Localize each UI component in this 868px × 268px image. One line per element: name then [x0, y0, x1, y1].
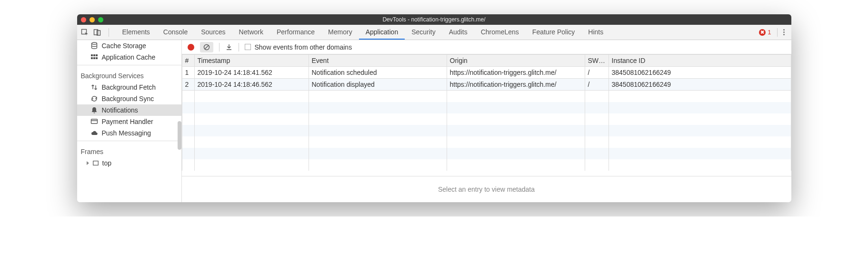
table-row[interactable]: 12019-10-24 14:18:41.562Notification sch…: [182, 67, 791, 79]
card-icon: [90, 118, 98, 125]
devtools-window: DevTools - notification-triggers.glitch.…: [77, 14, 791, 202]
inspect-element-icon[interactable]: [81, 29, 89, 36]
sidebar-item-label: Background Sync: [102, 95, 154, 103]
tab-application[interactable]: Application: [359, 25, 405, 40]
cell-ev: Notification scheduled: [309, 67, 447, 79]
svg-rect-4: [91, 54, 93, 56]
table-row-empty: [182, 113, 791, 125]
table-row-empty: [182, 136, 791, 148]
database-icon: [90, 42, 98, 50]
show-other-domains-checkbox[interactable]: [245, 44, 251, 50]
cell-n: 2: [182, 79, 194, 91]
sidebar-section-frames: Frames: [77, 143, 181, 157]
table-row-empty: [182, 125, 791, 136]
table-row[interactable]: 22019-10-24 14:18:46.562Notification dis…: [182, 79, 791, 91]
cell-ts: 2019-10-24 14:18:41.562: [194, 67, 309, 79]
error-count[interactable]: ✖ 1: [759, 29, 774, 36]
sidebar-item-label: Notifications: [102, 106, 138, 114]
tab-performance[interactable]: Performance: [270, 25, 321, 40]
svg-point-3: [91, 42, 97, 44]
col-origin[interactable]: Origin: [447, 55, 585, 67]
titlebar: DevTools - notification-triggers.glitch.…: [77, 14, 791, 25]
frame-icon: [92, 159, 100, 167]
cell-sw: /: [585, 79, 609, 91]
table-row-empty: [182, 148, 791, 159]
metadata-hint: Select an entry to view metadata: [182, 176, 791, 202]
sidebar-item-frame-top[interactable]: top: [77, 157, 181, 169]
cell-n: 1: [182, 67, 194, 79]
cell-or: https://notification-triggers.glitch.me/: [447, 67, 585, 79]
sidebar-item-label: top: [102, 159, 111, 167]
col-instance-id[interactable]: Instance ID: [609, 55, 791, 67]
clear-button[interactable]: [200, 42, 213, 52]
sidebar-item-label: Cache Storage: [102, 42, 146, 50]
sidebar-item-cache-storage[interactable]: Cache Storage: [77, 40, 181, 52]
svg-rect-6: [96, 54, 98, 56]
notifications-panel: Show events from other domains # Timesta…: [182, 40, 791, 202]
device-toolbar-icon[interactable]: [93, 29, 101, 36]
more-menu-button[interactable]: [780, 26, 788, 38]
svg-rect-9: [96, 57, 98, 59]
svg-rect-7: [91, 57, 93, 59]
grid-icon: [90, 53, 98, 61]
cloud-icon: [90, 129, 98, 137]
tab-elements[interactable]: Elements: [116, 25, 157, 40]
sidebar-section-background-services: Background Services: [77, 67, 181, 82]
table-row-empty: [182, 159, 791, 171]
bell-icon: [90, 106, 98, 114]
col-sw-scope[interactable]: SW …: [585, 55, 609, 67]
error-icon: ✖: [759, 29, 766, 36]
tab-feature-policy[interactable]: Feature Policy: [526, 25, 581, 40]
expand-arrow-icon[interactable]: [87, 161, 89, 165]
table-row-empty: [182, 91, 791, 103]
cell-sw: /: [585, 67, 609, 79]
sidebar-item-label: Application Cache: [102, 53, 156, 61]
tab-security[interactable]: Security: [405, 25, 442, 40]
notifications-toolbar: Show events from other domains: [182, 40, 791, 54]
cell-id: 3845081062166249: [609, 67, 791, 79]
cell-ts: 2019-10-24 14:18:46.562: [194, 79, 309, 91]
sidebar-scrollbar[interactable]: [178, 121, 181, 150]
cell-or: https://notification-triggers.glitch.me/: [447, 79, 585, 91]
error-count-value: 1: [768, 29, 771, 36]
events-table: # Timestamp Event Origin SW … Instance I…: [182, 54, 791, 176]
clear-icon: [203, 43, 210, 51]
tab-audits[interactable]: Audits: [442, 25, 474, 40]
sidebar-item-push-messaging[interactable]: Push Messaging: [77, 127, 181, 139]
transfer-icon: [90, 83, 98, 91]
table-row-empty: [182, 102, 791, 113]
tab-chromelens[interactable]: ChromeLens: [474, 25, 526, 40]
col-event[interactable]: Event: [309, 55, 447, 67]
devtools-tabbar: ElementsConsoleSourcesNetworkPerformance…: [77, 25, 791, 40]
cell-ev: Notification displayed: [309, 79, 447, 91]
col-number[interactable]: #: [182, 55, 194, 67]
separator: [109, 28, 109, 37]
cell-id: 3845081062166249: [609, 79, 791, 91]
window-title: DevTools - notification-triggers.glitch.…: [77, 16, 791, 23]
separator: [777, 28, 778, 37]
application-sidebar: Cache Storage Application Cache Backgrou…: [77, 40, 182, 202]
sidebar-item-label: Push Messaging: [102, 129, 151, 137]
download-button[interactable]: [225, 43, 233, 51]
sidebar-item-background-fetch[interactable]: Background Fetch: [77, 82, 181, 93]
tab-network[interactable]: Network: [232, 25, 270, 40]
tab-console[interactable]: Console: [157, 25, 194, 40]
sync-icon: [90, 95, 98, 103]
sidebar-item-notifications[interactable]: Notifications: [77, 104, 181, 116]
svg-rect-8: [93, 57, 95, 59]
svg-rect-5: [93, 54, 95, 56]
svg-rect-12: [93, 161, 98, 165]
record-button[interactable]: [186, 42, 196, 52]
col-timestamp[interactable]: Timestamp: [194, 55, 309, 67]
sidebar-item-background-sync[interactable]: Background Sync: [77, 93, 181, 104]
tab-memory[interactable]: Memory: [321, 25, 359, 40]
svg-line-14: [205, 45, 209, 49]
tab-hints[interactable]: Hints: [581, 25, 610, 40]
tab-sources[interactable]: Sources: [194, 25, 232, 40]
show-other-domains-label: Show events from other domains: [255, 43, 352, 51]
svg-rect-10: [91, 119, 97, 124]
sidebar-item-payment-handler[interactable]: Payment Handler: [77, 116, 181, 127]
sidebar-item-label: Payment Handler: [102, 118, 153, 125]
sidebar-item-application-cache[interactable]: Application Cache: [77, 52, 181, 63]
table-header: # Timestamp Event Origin SW … Instance I…: [182, 55, 791, 67]
